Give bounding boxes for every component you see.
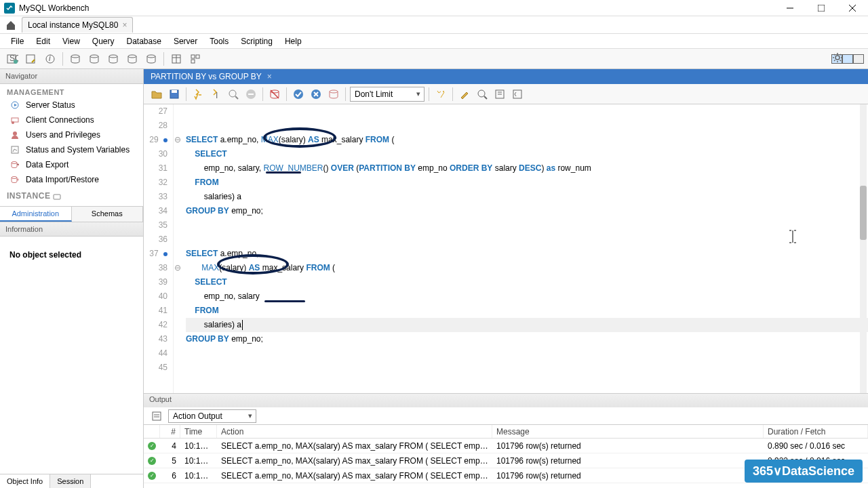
- close-button[interactable]: [837, 0, 868, 16]
- inspector-icon[interactable]: i: [42, 51, 58, 67]
- menu-database[interactable]: Database: [121, 35, 167, 47]
- output-list-icon[interactable]: [149, 409, 164, 424]
- svg-line-28: [13, 149, 14, 152]
- nav-data-export[interactable]: Data Export: [0, 157, 143, 172]
- menu-scripting[interactable]: Scripting: [235, 35, 278, 47]
- db-icon-4[interactable]: [124, 51, 140, 67]
- db-icon-3[interactable]: [105, 51, 121, 67]
- svg-rect-18: [191, 55, 195, 58]
- menu-server[interactable]: Server: [168, 35, 203, 47]
- rollback-icon[interactable]: [309, 87, 323, 102]
- menu-help[interactable]: Help: [279, 35, 307, 47]
- no-autocommit-icon[interactable]: [267, 87, 282, 102]
- stop-icon[interactable]: [243, 87, 258, 102]
- svg-point-42: [294, 89, 303, 99]
- svg-point-13: [128, 55, 136, 58]
- app-icon: [4, 3, 15, 14]
- menu-query[interactable]: Query: [87, 35, 120, 47]
- output-grid-header: # Time Action Message Duration / Fetch: [144, 425, 868, 439]
- autocommit-icon[interactable]: [326, 87, 341, 102]
- connection-tab[interactable]: Local instance MySQL80 ×: [22, 17, 133, 33]
- svg-point-36: [229, 90, 236, 97]
- menu-file[interactable]: File: [5, 35, 29, 47]
- svg-point-21: [835, 56, 840, 60]
- window-title: MySQL Workbench: [19, 3, 89, 13]
- editor-tab-label: PARTITION BY vs GROUP BY: [151, 72, 262, 81]
- info-header: Information: [0, 222, 143, 237]
- connection-tab-label: Local instance MySQL80: [28, 20, 118, 30]
- db-icon-5[interactable]: [143, 51, 159, 67]
- tab-object-info[interactable]: Object Info: [0, 474, 50, 488]
- code-content[interactable]: SELECT a.emp_no, MAX(salary) AS max_sala…: [183, 104, 868, 393]
- db-icon-1[interactable]: [67, 51, 83, 67]
- tab-schemas[interactable]: Schemas: [72, 207, 144, 222]
- home-icon[interactable]: [4, 18, 18, 32]
- svg-marker-23: [14, 104, 17, 106]
- svg-point-31: [12, 177, 17, 179]
- output-selector[interactable]: Action Output: [168, 409, 256, 423]
- ok-icon: ✓: [148, 472, 156, 480]
- svg-point-10: [71, 55, 79, 58]
- menu-view[interactable]: View: [57, 35, 85, 47]
- svg-point-14: [147, 55, 155, 58]
- svg-point-48: [478, 90, 485, 97]
- svg-point-6: [14, 60, 18, 64]
- dashboard-icon[interactable]: [187, 51, 203, 67]
- svg-line-37: [235, 96, 238, 99]
- nav-data-import[interactable]: Data Import/Restore: [0, 172, 143, 187]
- svg-rect-34: [172, 90, 177, 93]
- open-file-icon[interactable]: [149, 87, 164, 102]
- invisible-icon[interactable]: [510, 87, 525, 102]
- ok-icon: ✓: [148, 442, 156, 450]
- menu-edit[interactable]: Edit: [31, 35, 56, 47]
- nav-status-variables[interactable]: Status and System Variables: [0, 142, 143, 157]
- svg-point-46: [330, 90, 338, 93]
- minimize-button[interactable]: [774, 0, 806, 16]
- gutter: 2728 29 30313233343536 37 38394041424344…: [144, 104, 174, 393]
- brush-icon[interactable]: [457, 87, 472, 102]
- sql-toolbar: I Don't Limit: [144, 84, 868, 104]
- close-icon[interactable]: ×: [122, 20, 127, 30]
- svg-line-49: [484, 96, 487, 99]
- navigator: Navigator MANAGEMENT Server Status Clien…: [0, 69, 144, 488]
- connection-row: Local instance MySQL80 ×: [0, 16, 868, 34]
- svg-rect-19: [196, 55, 199, 58]
- code-editor[interactable]: 2728 29 30313233343536 37 38394041424344…: [144, 104, 868, 393]
- scrollbar[interactable]: [860, 104, 867, 393]
- svg-rect-20: [191, 60, 195, 63]
- new-sql-tab-icon[interactable]: SQL: [4, 51, 20, 67]
- close-icon[interactable]: ×: [267, 72, 272, 81]
- wrap-icon[interactable]: [492, 87, 507, 102]
- svg-point-25: [12, 121, 14, 124]
- search-icon[interactable]: [475, 87, 490, 102]
- nav-client-connections[interactable]: Client Connections: [0, 113, 143, 127]
- svg-line-29: [14, 149, 17, 150]
- save-icon[interactable]: [167, 87, 182, 102]
- editor-tab[interactable]: PARTITION BY vs GROUP BY ×: [144, 69, 279, 84]
- limit-select[interactable]: Don't Limit: [350, 87, 425, 102]
- nav-server-status[interactable]: Server Status: [0, 98, 143, 113]
- main-toolbar: SQL i: [0, 49, 868, 69]
- commit-icon[interactable]: [291, 87, 306, 102]
- execute-icon[interactable]: [191, 87, 205, 102]
- svg-point-47: [443, 91, 444, 92]
- table-icon[interactable]: [168, 51, 184, 67]
- fold-gutter: ⊖ ⊖: [174, 104, 183, 393]
- execute-current-icon[interactable]: I: [208, 87, 223, 102]
- gear-icon[interactable]: [831, 52, 844, 66]
- output-row[interactable]: ✓ 410:10:39SELECT a.emp_no, MAX(salary) …: [144, 439, 868, 453]
- instance-title: INSTANCE: [0, 187, 143, 202]
- open-sql-icon[interactable]: [23, 51, 39, 67]
- tab-administration[interactable]: Administration: [0, 207, 72, 222]
- db-icon-2[interactable]: [86, 51, 102, 67]
- navigator-tabs: Administration Schemas: [0, 206, 143, 222]
- explain-icon[interactable]: [226, 87, 241, 102]
- tab-session[interactable]: Session: [50, 474, 91, 488]
- beautify-icon[interactable]: [433, 87, 448, 102]
- menu-tools[interactable]: Tools: [204, 35, 234, 47]
- watermark-logo: 365∨DataScience: [745, 460, 863, 483]
- svg-point-30: [12, 162, 17, 164]
- svg-rect-32: [54, 195, 60, 199]
- nav-users-privileges[interactable]: Users and Privileges: [0, 127, 143, 142]
- maximize-button[interactable]: [806, 0, 837, 16]
